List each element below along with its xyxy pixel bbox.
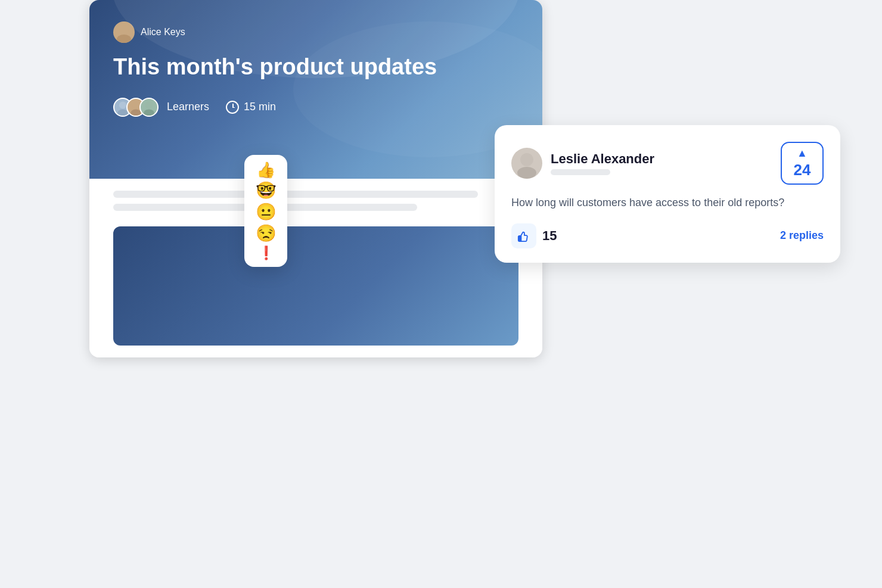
time-badge: 15 min [226, 101, 276, 114]
reaction-neutral[interactable]: 😐 [256, 204, 277, 220]
content-line-1 [113, 191, 478, 198]
svg-point-2 [119, 101, 126, 108]
vote-arrow-icon: ▲ [797, 148, 808, 158]
course-card-bottom [89, 179, 542, 357]
course-title: This month's product updates [113, 54, 518, 81]
reaction-thumbs[interactable]: 👍 [256, 162, 275, 178]
reaction-nerd[interactable]: 🤓 [256, 182, 277, 199]
svg-point-7 [144, 109, 154, 116]
svg-point-0 [119, 25, 129, 35]
svg-point-1 [117, 35, 131, 43]
commenter-name: Leslie Alexander [551, 151, 654, 167]
vote-button[interactable]: ▲ 24 [781, 142, 824, 185]
comment-card: Leslie Alexander ▲ 24 How long will cust… [495, 125, 840, 263]
svg-rect-10 [518, 235, 521, 241]
like-button[interactable] [511, 223, 536, 248]
commenter-info: Leslie Alexander [511, 148, 654, 179]
learners-group: Learners [113, 98, 209, 117]
svg-point-8 [520, 153, 533, 166]
learner-avatar-3 [139, 98, 159, 117]
like-count: 15 [542, 228, 557, 244]
time-label: 15 min [244, 101, 276, 113]
clock-icon [226, 101, 239, 114]
author-row: Alice Keys [113, 21, 518, 43]
course-card: Alice Keys This month's product updates [89, 0, 542, 357]
commenter-sub-line [551, 169, 610, 175]
content-lines [113, 191, 518, 346]
meta-row: Learners 15 min [113, 98, 518, 117]
author-name: Alice Keys [141, 27, 185, 38]
comment-header: Leslie Alexander ▲ 24 [511, 142, 824, 185]
like-section: 15 [511, 223, 557, 248]
reaction-unamused[interactable]: 😒 [256, 225, 277, 242]
commenter-avatar [511, 148, 542, 179]
svg-point-6 [145, 101, 153, 108]
replies-link[interactable]: 2 replies [780, 229, 824, 242]
svg-point-4 [132, 101, 139, 108]
commenter-details: Leslie Alexander [551, 151, 654, 175]
comment-footer: 15 2 replies [511, 223, 824, 248]
svg-point-9 [517, 167, 536, 179]
vote-count: 24 [794, 161, 811, 179]
comment-text: How long will customers have access to t… [511, 194, 824, 211]
blue-content-area [113, 226, 518, 346]
avatar-stack [113, 98, 153, 117]
reaction-popup: 👍 🤓 😐 😒 ❗ [244, 155, 287, 267]
learners-label: Learners [167, 101, 209, 113]
reaction-exclamation[interactable]: ❗ [258, 247, 274, 260]
author-avatar [113, 21, 135, 43]
